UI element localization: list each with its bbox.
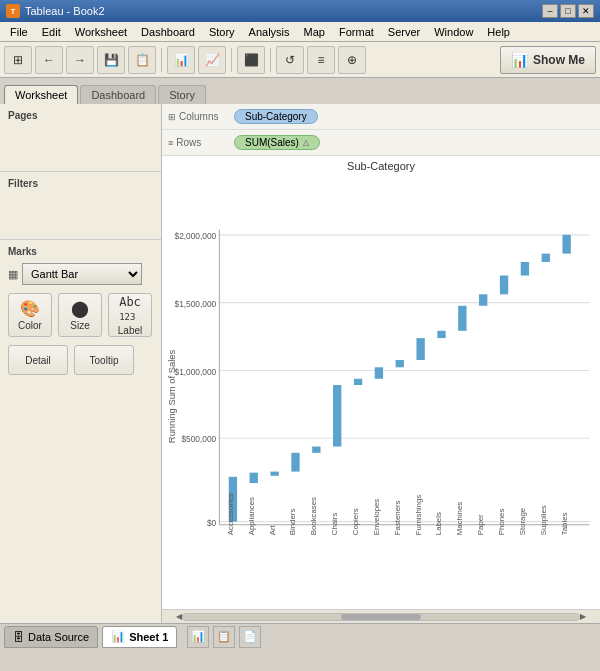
- chart-title: Sub-Category: [162, 156, 600, 174]
- toolbar-grid-icon[interactable]: ⊞: [4, 46, 32, 74]
- svg-text:Furnishings: Furnishings: [414, 495, 423, 535]
- toolbar-copy-button[interactable]: 📋: [128, 46, 156, 74]
- menu-server[interactable]: Server: [382, 25, 426, 39]
- bar-bookcases: [312, 447, 320, 453]
- title-bar: T Tableau - Book2 – □ ✕: [0, 0, 600, 22]
- svg-text:$1,000,000: $1,000,000: [175, 367, 217, 377]
- bar-art: [270, 472, 278, 476]
- menu-format[interactable]: Format: [333, 25, 380, 39]
- marks-type-select[interactable]: Gantt Bar Bar Line Area Circle Square Te…: [22, 263, 142, 285]
- toolbar-back-button[interactable]: ←: [35, 46, 63, 74]
- columns-pill[interactable]: Sub-Category: [234, 109, 318, 124]
- chart-area: ⊞ Columns Sub-Category ≡ Rows SUM(Sales)…: [162, 104, 600, 623]
- menu-worksheet[interactable]: Worksheet: [69, 25, 133, 39]
- svg-text:Bookcases: Bookcases: [309, 497, 318, 535]
- size-label: Size: [70, 320, 89, 331]
- sheet-icon: 📊: [111, 630, 125, 643]
- color-button[interactable]: 🎨 Color: [8, 293, 52, 337]
- tooltip-button[interactable]: Tooltip: [74, 345, 134, 375]
- filters-content: [8, 193, 153, 233]
- svg-text:$1,500,000: $1,500,000: [175, 299, 217, 309]
- svg-text:Chairs: Chairs: [330, 513, 339, 536]
- maximize-button[interactable]: □: [560, 4, 576, 18]
- menu-edit[interactable]: Edit: [36, 25, 67, 39]
- marks-section: Marks ▦ Gantt Bar Bar Line Area Circle S…: [0, 240, 161, 623]
- svg-text:Art: Art: [268, 524, 277, 535]
- svg-text:Tables: Tables: [560, 513, 569, 536]
- data-source-tab[interactable]: 🗄 Data Source: [4, 626, 98, 648]
- bar-supplies: [542, 254, 550, 262]
- svg-text:Supplies: Supplies: [539, 505, 548, 535]
- svg-text:Phones: Phones: [497, 509, 506, 536]
- toolbar-forward-button[interactable]: →: [66, 46, 94, 74]
- rows-label: ≡ Rows: [168, 137, 228, 148]
- toolbar-layout-button[interactable]: ⬛: [237, 46, 265, 74]
- tab-story[interactable]: Story: [158, 85, 206, 104]
- bar-storage: [521, 262, 529, 276]
- main-content: Pages Filters Marks ▦ Gantt Bar Bar Line…: [0, 104, 600, 623]
- svg-text:Binders: Binders: [288, 509, 297, 536]
- toolbar-chart2-button[interactable]: 📈: [198, 46, 226, 74]
- show-me-button[interactable]: 📊 Show Me: [500, 46, 596, 74]
- left-panel: Pages Filters Marks ▦ Gantt Bar Bar Line…: [0, 104, 162, 623]
- minimize-button[interactable]: –: [542, 4, 558, 18]
- menu-file[interactable]: File: [4, 25, 34, 39]
- toolbar-separator-1: [161, 48, 162, 72]
- columns-shelf: ⊞ Columns Sub-Category: [162, 104, 600, 130]
- marks-type-icon: ▦: [8, 268, 18, 281]
- app-icon: T: [6, 4, 20, 18]
- bar-binders: [291, 453, 299, 472]
- data-source-label: Data Source: [28, 631, 89, 643]
- toolbar-chart-button[interactable]: 📊: [167, 46, 195, 74]
- menu-window[interactable]: Window: [428, 25, 479, 39]
- tooltip-label: Tooltip: [90, 355, 119, 366]
- marks-row2: Detail Tooltip: [8, 345, 153, 375]
- sheet1-tab[interactable]: 📊 Sheet 1: [102, 626, 177, 648]
- menu-story[interactable]: Story: [203, 25, 241, 39]
- toolbar-separator-3: [270, 48, 271, 72]
- menu-dashboard[interactable]: Dashboard: [135, 25, 201, 39]
- svg-text:Storage: Storage: [518, 508, 527, 535]
- rows-pill[interactable]: SUM(Sales) △: [234, 135, 320, 150]
- filters-title: Filters: [8, 178, 153, 189]
- bar-appliances: [250, 473, 258, 483]
- sheet-label: Sheet 1: [129, 631, 168, 643]
- detail-label: Detail: [25, 355, 51, 366]
- bottom-icons: 📊 📋 📄: [187, 626, 261, 648]
- new-story-button[interactable]: 📄: [239, 626, 261, 648]
- scrollbar-thumb[interactable]: [341, 614, 420, 620]
- color-icon: 🎨: [20, 299, 40, 318]
- rows-pill-text: SUM(Sales): [245, 137, 299, 148]
- pages-content: [8, 125, 153, 165]
- tab-dashboard[interactable]: Dashboard: [80, 85, 156, 104]
- chart-svg: Running Sum of Sales $2,000,000 $1,500,0…: [162, 184, 600, 609]
- toolbar-extra-button[interactable]: ⊕: [338, 46, 366, 74]
- tab-worksheet[interactable]: Worksheet: [4, 85, 78, 104]
- svg-text:$2,000,000: $2,000,000: [175, 231, 217, 241]
- title-text: Tableau - Book2: [25, 5, 105, 17]
- toolbar-filter-button[interactable]: ≡: [307, 46, 335, 74]
- scroll-right-arrow[interactable]: ▶: [580, 612, 586, 621]
- detail-button[interactable]: Detail: [8, 345, 68, 375]
- size-button[interactable]: ⬤ Size: [58, 293, 102, 337]
- bar-chairs: [333, 385, 341, 447]
- pages-section: Pages: [0, 104, 161, 172]
- menu-analysis[interactable]: Analysis: [243, 25, 296, 39]
- new-worksheet-button[interactable]: 📊: [187, 626, 209, 648]
- menu-help[interactable]: Help: [481, 25, 516, 39]
- menu-map[interactable]: Map: [298, 25, 331, 39]
- toolbar: ⊞ ← → 💾 📋 📊 📈 ⬛ ↺ ≡ ⊕ 📊 Show Me: [0, 42, 600, 78]
- toolbar-refresh-button[interactable]: ↺: [276, 46, 304, 74]
- close-button[interactable]: ✕: [578, 4, 594, 18]
- rows-shelf: ≡ Rows SUM(Sales) △: [162, 130, 600, 156]
- scrollbar-track[interactable]: [182, 613, 580, 621]
- svg-text:Fasteners: Fasteners: [393, 500, 402, 535]
- label-icon: Abc123: [119, 295, 141, 323]
- bar-paper: [479, 294, 487, 305]
- new-dashboard-button[interactable]: 📋: [213, 626, 235, 648]
- label-button[interactable]: Abc123 Label: [108, 293, 152, 337]
- chart-scrollbar[interactable]: ◀ ▶: [162, 609, 600, 623]
- bottom-bar: 🗄 Data Source 📊 Sheet 1 📊 📋 📄: [0, 623, 600, 649]
- toolbar-save-button[interactable]: 💾: [97, 46, 125, 74]
- svg-text:$0: $0: [207, 518, 217, 528]
